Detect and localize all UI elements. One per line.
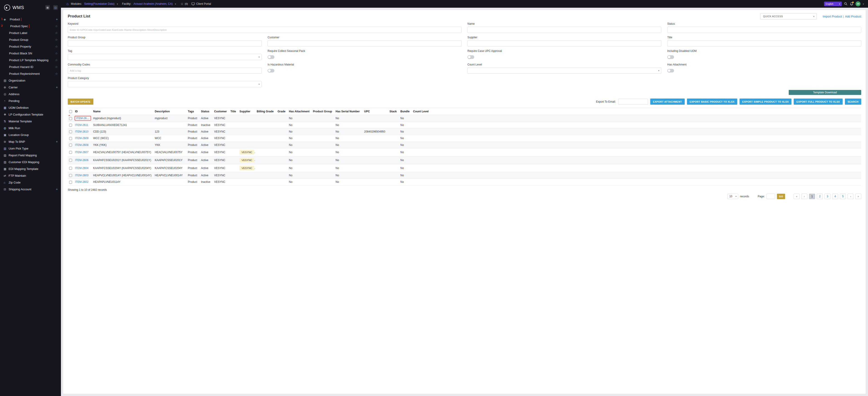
batch-update-button[interactable]: BATCH UPDATE	[68, 98, 93, 105]
row-checkbox[interactable]	[69, 167, 72, 170]
row-checkbox[interactable]	[69, 130, 72, 133]
favorite-star-icon[interactable]: ☆	[55, 38, 58, 41]
row-checkbox[interactable]	[69, 124, 72, 127]
sidebar-item[interactable]: ⊟ Shipping Account +	[0, 186, 61, 192]
client-portal-link[interactable]: Client Portal	[191, 2, 211, 5]
sidebar-item[interactable]: ▨ Customer EDI Mapping	[0, 159, 61, 165]
sidebar-item[interactable]: 1 ◈ Product +	[0, 16, 61, 23]
sidebar-item[interactable]: ▤ Organization	[0, 77, 61, 84]
column-header[interactable]: Bundle	[399, 108, 412, 115]
sidebar-item[interactable]: ◍ Milk Run	[0, 125, 61, 131]
column-header[interactable]: Customer	[213, 108, 229, 115]
sidebar-item[interactable]: ▣ Location Group	[0, 131, 61, 138]
sidebar-item[interactable]: ▦ UOM Definition	[0, 104, 61, 111]
product-id-link[interactable]: ITEM-2609	[75, 136, 88, 140]
favorite-star-icon[interactable]: ☆	[55, 65, 58, 69]
sidebar-item[interactable]: Product Property ☆	[0, 43, 61, 50]
row-checkbox[interactable]	[69, 151, 72, 154]
favorites-star-icon[interactable]	[181, 2, 184, 6]
facility-chevron-down-icon[interactable]	[175, 3, 176, 5]
row-checkbox[interactable]	[69, 181, 72, 184]
is-hazardous-toggle[interactable]	[268, 69, 274, 72]
home-icon[interactable]	[66, 2, 69, 6]
facility-value-link[interactable]: Arovast Anaheim (Anaheim, CA)	[133, 2, 173, 5]
column-header[interactable]: Status	[199, 108, 213, 115]
sidebar-item[interactable]: ▥ Uom Pick Type	[0, 145, 61, 152]
sidebar-item[interactable]: ⌂ Zip Code	[0, 179, 61, 186]
sidebar-item[interactable]: Product Black SN ☆	[0, 50, 61, 57]
supplier-badge: VESYNC	[240, 150, 254, 154]
column-header[interactable]: ID	[74, 108, 92, 115]
column-header[interactable]: Description	[153, 108, 186, 115]
favorite-star-icon[interactable]: ☆	[55, 25, 58, 28]
sidebar-item[interactable]: ❖ LP Configuration Template	[0, 111, 61, 118]
column-header[interactable]: Product Group	[312, 108, 334, 115]
tag-select[interactable]	[68, 54, 262, 60]
cell-id: ITEM-2607	[74, 148, 92, 156]
row-checkbox[interactable]	[69, 174, 72, 177]
product-id-link[interactable]: ITEM-2610	[75, 130, 88, 133]
sidebar-item[interactable]: Product Hazard ID ☆	[0, 63, 61, 70]
column-header[interactable]: Tags	[186, 108, 199, 115]
sidebar-item[interactable]: 2 Product Spec ☆	[0, 23, 61, 29]
product-id-link[interactable]: ITEM-2604	[75, 166, 88, 170]
column-header[interactable]: Count Level	[412, 108, 434, 115]
customer-input[interactable]	[268, 40, 434, 47]
product-id-link[interactable]: ITEM-2602	[75, 180, 88, 183]
favorite-star-icon[interactable]: ☆	[55, 45, 58, 48]
favorite-star-icon[interactable]: ☆	[55, 31, 58, 35]
column-header[interactable]: Grade	[276, 108, 287, 115]
product-group-input[interactable]	[68, 40, 262, 47]
sidebar-item-label: Product Black SN	[9, 52, 53, 55]
cell-bundle: No	[399, 156, 412, 164]
sidebar-item[interactable]: Product Group ☆	[0, 36, 61, 43]
column-header[interactable]: Name	[92, 108, 153, 115]
sidebar-item[interactable]: Product Label ☆	[0, 29, 61, 36]
product-id-link[interactable]: ITEM-2608	[75, 144, 88, 147]
sidebar-item[interactable]: ⇄ FTP Maintain	[0, 172, 61, 179]
column-header[interactable]: Title	[229, 108, 238, 115]
favorite-star-icon[interactable]: ☆	[55, 58, 58, 62]
sidebar-item[interactable]: ◔ Pending	[0, 97, 61, 104]
sidebar-item[interactable]: Product LP Template Mapping ☆	[0, 57, 61, 63]
expand-plus-icon[interactable]: +	[56, 18, 58, 21]
column-header[interactable]: Has Attachment	[287, 108, 312, 115]
product-id-link[interactable]: ITEM-2612	[75, 116, 91, 120]
product-id-link[interactable]: ITEM-2611	[75, 123, 88, 127]
cell-description: WCC	[153, 135, 186, 142]
cell-has-attachment: No	[287, 179, 312, 185]
require-collect-toggle[interactable]	[268, 55, 274, 59]
sidebar-item[interactable]: Product Replenishment ☆	[0, 70, 61, 77]
sidebar-collapse-icon[interactable]	[53, 5, 58, 10]
sidebar-item[interactable]: ⇅ Material Template	[0, 118, 61, 125]
row-checkbox[interactable]	[69, 144, 72, 147]
expand-plus-icon[interactable]: +	[56, 85, 58, 89]
column-header[interactable]: UPC	[363, 108, 388, 115]
sidebar-item[interactable]: ▧ Report Field Mapping	[0, 152, 61, 159]
product-id-link[interactable]: ITEM-2606	[75, 159, 88, 162]
favorite-star-icon[interactable]: ☆	[55, 72, 58, 75]
apps-grid-icon[interactable]	[45, 5, 50, 10]
modules-value-link[interactable]: Setting(Foundation Data)	[84, 2, 115, 5]
product-id-link[interactable]: ITEM-2607	[75, 151, 88, 154]
expand-plus-icon[interactable]: +	[56, 140, 58, 144]
column-header[interactable]: Has Serial Number	[334, 108, 363, 115]
favorite-star-icon[interactable]: ☆	[55, 52, 58, 55]
keyword-input[interactable]	[68, 27, 434, 33]
row-checkbox[interactable]	[69, 159, 72, 162]
column-header[interactable]: Stack	[388, 108, 399, 115]
row-checkbox[interactable]	[69, 117, 72, 120]
select-all-checkbox[interactable]	[69, 110, 72, 113]
sidebar-item[interactable]: ⊚ Map To BNP +	[0, 138, 61, 145]
product-id-link[interactable]: ITEM-2603	[75, 174, 88, 177]
modules-chevron-down-icon[interactable]	[117, 3, 118, 5]
sidebar-item[interactable]: ⊕ Carrier +	[0, 84, 61, 91]
product-category-select[interactable]	[68, 81, 262, 87]
sidebar-item[interactable]: ◎ Address	[0, 91, 61, 97]
column-header[interactable]: Supplier	[238, 108, 255, 115]
column-header[interactable]: Billing Grade	[255, 108, 276, 115]
row-checkbox[interactable]	[69, 137, 72, 140]
sidebar-item[interactable]: ▩ EDI Mapping Template	[0, 165, 61, 172]
expand-plus-icon[interactable]: +	[56, 187, 58, 191]
commodity-codes-input[interactable]	[68, 67, 262, 73]
